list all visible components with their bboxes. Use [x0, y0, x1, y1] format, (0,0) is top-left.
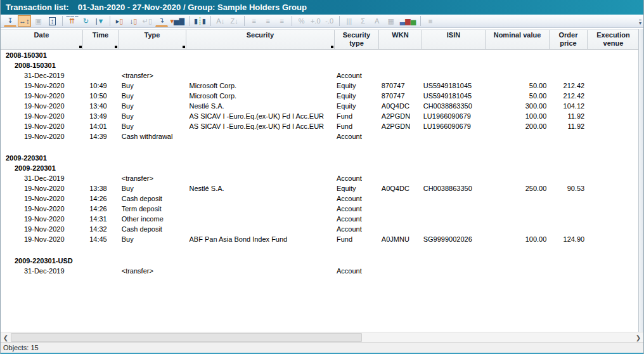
portfolio-subgroup-row[interactable]: 2009-220301-USD	[1, 256, 638, 266]
column-header-execution-venue[interactable]: Execution venue	[588, 30, 640, 49]
insert-transaction-icon[interactable]: ↴	[155, 16, 168, 27]
export-layout-icon[interactable]: ↧	[4, 16, 16, 27]
transaction-row[interactable]: 19-Nov-202014:26Cash depositAccount	[1, 193, 638, 204]
column-header-label: Execution venue	[596, 31, 630, 47]
transaction-row[interactable]: 31-Dec-2019<transfer>Account	[1, 173, 638, 183]
panel-title-label: Transaction list:	[6, 3, 69, 12]
cell-security-type: Account	[334, 266, 378, 276]
column-header-label: Time	[93, 31, 108, 39]
cell-security-type: Fund	[334, 234, 378, 244]
transaction-row[interactable]: 19-Nov-202014:01BuyAS SICAV I -Euro.Eq.(…	[1, 121, 638, 131]
portfolio-subgroup-row[interactable]: 2008-150301	[1, 60, 638, 70]
cell-date: 19-Nov-2020	[1, 214, 83, 224]
portfolio-group-row[interactable]: 2008-150301	[1, 50, 638, 60]
table-header-row: DateTimeTypeSecuritySecurity typeWKNISIN…	[1, 29, 640, 49]
transaction-row[interactable]: 31-Dec-2019<transfer>Account	[1, 266, 638, 276]
panel-title-bar: Transaction list: 01-Jan-2020 - 27-Nov-2…	[1, 0, 643, 15]
cell-type: Term deposit	[119, 204, 186, 214]
transaction-row[interactable]: 19-Nov-202014:31Other incomeAccount	[1, 214, 638, 224]
transaction-row[interactable]: 31-Dec-2019<transfer>Account	[1, 70, 638, 81]
row-window-icon[interactable]: ⇈	[66, 16, 79, 27]
freeze-columns-icon[interactable]: ▮┊▮	[193, 15, 207, 27]
portfolio-group-row[interactable]: 2009-220301	[1, 153, 638, 163]
sum-icon: Σ	[357, 15, 370, 27]
column-header-security-type[interactable]: Security type	[335, 30, 379, 49]
transaction-list-window: Transaction list: 01-Jan-2020 - 27-Nov-2…	[0, 0, 644, 354]
cell-order-price: 104.12	[548, 101, 586, 111]
blank-row	[1, 141, 638, 153]
column-header-label: Security type	[343, 31, 370, 47]
scroll-right-icon[interactable]: ❯	[633, 332, 643, 343]
column-header-time[interactable]: Time	[83, 30, 119, 49]
cell-security-type: Fund	[334, 121, 378, 131]
column-header-label: Order price	[559, 31, 578, 47]
filter-icon[interactable]: |▼	[94, 15, 106, 27]
transaction-row[interactable]: 19-Nov-202010:50BuyMicrosoft Corp.Equity…	[1, 91, 638, 101]
horizontal-scrollbar[interactable]: ❮ ❯	[1, 332, 643, 342]
column-header-type[interactable]: Type	[119, 30, 186, 49]
cell-date: 19-Nov-2020	[1, 121, 83, 131]
refresh-icon[interactable]: ↻	[80, 15, 93, 27]
cell-isin: LU1966090679	[422, 111, 485, 121]
expand-all-icon[interactable]: ↔↕	[18, 15, 31, 27]
cell-security-type: Account	[334, 204, 378, 214]
cell-date: 19-Nov-2020	[1, 193, 83, 204]
transaction-row[interactable]: 19-Nov-202013:40BuyNestlé S.A.EquityA0Q4…	[1, 101, 638, 111]
transaction-row[interactable]: 19-Nov-202014:45BuyABF Pan Asia Bond Ind…	[1, 234, 638, 244]
vertical-scrollbar[interactable]	[638, 29, 643, 332]
cell-date: 19-Nov-2020	[1, 131, 83, 141]
transaction-row[interactable]: 19-Nov-202014:39Cash withdrawalAccount	[1, 131, 638, 141]
align-left-icon: ≡	[248, 15, 261, 27]
cell-time: 13:38	[83, 183, 119, 193]
cell-time: 14:26	[83, 193, 119, 204]
transaction-row[interactable]: 19-Nov-202014:32Cash depositAccount	[1, 224, 638, 234]
step-into-icon[interactable]: ▸▯	[113, 15, 126, 27]
cell-isin: CH0038863350	[422, 101, 485, 111]
cell-time: 14:26	[83, 204, 119, 214]
fit-row-height-icon[interactable]: ↕	[46, 15, 59, 27]
cell-date: 31-Dec-2019	[1, 70, 83, 81]
column-header-wkn[interactable]: WKN	[379, 30, 422, 49]
step-down-icon[interactable]: ↓▯	[127, 15, 140, 27]
column-header-label: WKN	[392, 31, 408, 39]
cell-type: Cash deposit	[119, 193, 186, 204]
cell-security: AS SICAV I -Euro.Eq.(ex-UK) Fd I Acc.EUR	[186, 121, 335, 131]
column-header-label: Type	[145, 31, 160, 39]
cell-order-price: 90.53	[548, 183, 586, 193]
cell-security-type: Equity	[334, 81, 378, 91]
group-columns-icon[interactable]: ▾▅▇	[169, 15, 186, 27]
transaction-row[interactable]: 19-Nov-202014:26Term depositAccount	[1, 204, 638, 214]
toolbar-separator	[244, 16, 245, 26]
cell-order-price: 124.90	[548, 234, 586, 244]
toolbar-separator	[292, 16, 292, 26]
transaction-row[interactable]: 19-Nov-202013:38BuyNestlé S.A.EquityA0Q4…	[1, 183, 638, 193]
add-decimal-icon: +.0	[309, 15, 322, 27]
portfolio-subgroup-row[interactable]: 2009-220301	[1, 163, 638, 173]
transaction-row[interactable]: 19-Nov-202013:49BuyAS SICAV I -Euro.Eq.(…	[1, 111, 638, 121]
cell-type: <transfer>	[119, 173, 186, 183]
toolbar-overflow-icon[interactable]: ▾	[639, 20, 641, 26]
cell-order-price: 11.92	[548, 121, 586, 131]
toolbar-separator	[339, 16, 340, 26]
table-view-icon: ▦	[385, 15, 397, 27]
transaction-row[interactable]: 19-Nov-202010:49BuyMicrosoft Corp.Equity…	[1, 81, 638, 91]
chart-view-icon[interactable]: ▃▆▅	[399, 15, 417, 27]
column-header-date[interactable]: Date	[1, 30, 83, 49]
cell-type: Cash withdrawal	[119, 131, 186, 141]
column-header-security[interactable]: Security	[186, 30, 335, 49]
cell-security: Microsoft Corp.	[186, 91, 335, 101]
column-header-nominal-value[interactable]: Nominal value	[486, 30, 550, 49]
column-header-isin[interactable]: ISIN	[422, 30, 486, 49]
column-header-order-price[interactable]: Order price	[550, 30, 588, 49]
cell-security: Nestlé S.A.	[186, 101, 335, 111]
cell-nominal-value: 250.00	[485, 183, 549, 193]
cell-security-type: Account	[334, 70, 378, 81]
cell-date: 19-Nov-2020	[1, 111, 83, 121]
horizontal-scrollbar-thumb[interactable]	[11, 333, 362, 342]
cell-type: <transfer>	[119, 266, 186, 276]
font-icon: A	[371, 15, 383, 27]
cell-type: Buy	[119, 183, 186, 193]
cell-security-type: Equity	[334, 91, 378, 101]
scroll-left-icon[interactable]: ❮	[1, 332, 11, 343]
cell-nominal-value: 50.00	[485, 91, 549, 101]
